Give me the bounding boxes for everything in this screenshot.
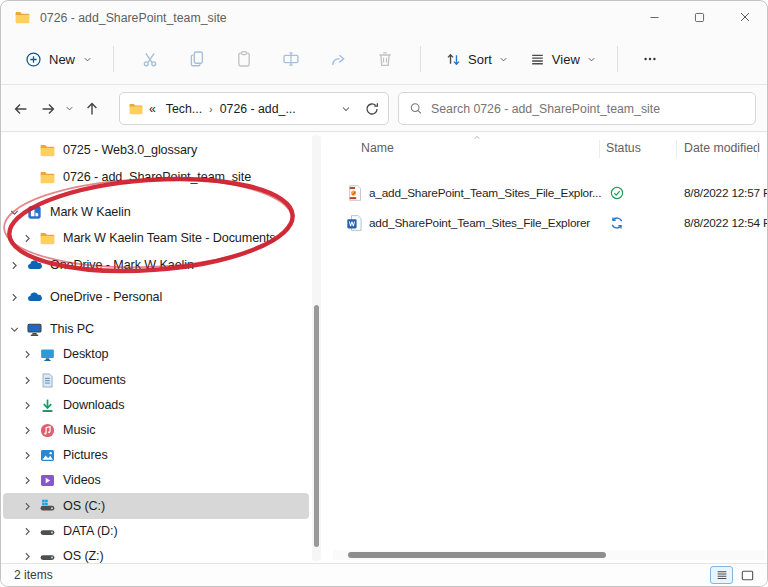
- file-row-pdf[interactable]: a_add_SharePoint_Team_Sites_File_Explor.…: [331, 178, 767, 208]
- file-date-modified: 8/8/2022 12:57 PM: [684, 186, 767, 200]
- pdf-file-icon: [346, 184, 364, 202]
- breadcrumb-overflow[interactable]: «: [144, 102, 161, 116]
- details-view-button[interactable]: [710, 566, 733, 584]
- view-button[interactable]: View: [521, 45, 605, 74]
- toolbar-divider: [420, 46, 421, 72]
- word-file-icon: [346, 214, 364, 232]
- plus-circle-icon: [25, 51, 42, 68]
- content-area: 0725 - Web3.0_glossary 0726 - add_ShareP…: [1, 133, 767, 565]
- search-icon: [409, 101, 423, 116]
- search-input[interactable]: [431, 102, 745, 116]
- sort-ascending-caret-icon: [471, 133, 483, 142]
- column-divider[interactable]: [599, 140, 600, 158]
- arrow-right-icon: [40, 101, 56, 117]
- sidebar-item-0725-web30-glossary[interactable]: 0725 - Web3.0_glossary: [3, 137, 309, 163]
- sidebar-item-this-pc[interactable]: This PC: [3, 316, 309, 342]
- breadcrumb-separator: ›: [207, 103, 215, 115]
- sidebar-item-desktop[interactable]: Desktop: [3, 341, 309, 367]
- rename-button[interactable]: [267, 41, 314, 77]
- address-row: « Tech... › 0726 - add_...: [1, 86, 767, 132]
- ellipsis-icon: [642, 51, 658, 67]
- desktop-icon: [39, 346, 56, 363]
- title-bar: 0726 - add_SharePoint_team_site: [1, 1, 767, 34]
- chevron-right-icon: [21, 449, 34, 462]
- chevron-down-icon: [586, 54, 597, 65]
- minimize-button[interactable]: [632, 1, 677, 33]
- toolbar-divider: [617, 46, 618, 72]
- close-button[interactable]: [722, 1, 767, 33]
- sort-button[interactable]: Sort: [437, 45, 517, 74]
- breadcrumb-current[interactable]: 0726 - add_...: [215, 102, 301, 116]
- paste-button[interactable]: [220, 41, 267, 77]
- sidebar-item-music[interactable]: Music: [3, 417, 309, 443]
- onedrive-cloud-icon: [26, 289, 43, 306]
- back-button[interactable]: [7, 95, 34, 123]
- sidebar-item-data-d[interactable]: DATA (D:): [3, 518, 309, 544]
- recent-locations-button[interactable]: [61, 95, 78, 123]
- sidebar-item-os-c[interactable]: OS (C:): [3, 493, 309, 519]
- up-button[interactable]: [78, 95, 105, 123]
- sidebar-item-onedrive-personal[interactable]: OneDrive - Personal: [3, 284, 309, 310]
- command-bar: New Sort View: [1, 34, 767, 85]
- folder-icon: [39, 142, 56, 159]
- address-dropdown-chevron-icon[interactable]: [340, 103, 352, 115]
- new-button-label: New: [49, 52, 75, 67]
- column-divider[interactable]: [676, 140, 677, 158]
- share-button[interactable]: [314, 41, 361, 77]
- search-box[interactable]: [398, 92, 756, 125]
- sidebar-scrollbar-thumb[interactable]: [314, 305, 319, 547]
- chevron-right-icon: [21, 474, 34, 487]
- chevron-right-icon: [21, 500, 34, 513]
- sidebar-item-0726-add-sharepoint-team-site[interactable]: 0726 - add_SharePoint_team_site: [3, 164, 309, 190]
- new-button[interactable]: New: [17, 45, 101, 74]
- close-icon: [738, 10, 752, 24]
- file-date-modified: 8/8/2022 12:54 PM: [684, 216, 767, 230]
- items-count: 2 items: [14, 568, 53, 582]
- delete-button[interactable]: [361, 41, 408, 77]
- maximize-button[interactable]: [677, 1, 722, 33]
- column-header-status[interactable]: Status: [606, 141, 641, 155]
- onedrive-cloud-icon: [26, 257, 43, 274]
- cut-button[interactable]: [126, 41, 173, 77]
- large-icons-view-button[interactable]: [736, 566, 759, 584]
- folder-icon: [14, 9, 31, 26]
- large-icons-view-icon: [740, 568, 755, 583]
- copy-button[interactable]: [173, 41, 220, 77]
- forward-button[interactable]: [34, 95, 61, 123]
- folder-icon: [39, 169, 56, 186]
- see-more-button[interactable]: [630, 41, 670, 77]
- column-header-name[interactable]: Name: [361, 141, 394, 155]
- chevron-right-icon: [21, 399, 34, 412]
- chevron-right-icon: [8, 259, 21, 272]
- sidebar-item-team-site-documents[interactable]: Mark W Kaelin Team Site - Documents: [3, 225, 309, 251]
- sidebar-item-onedrive-mark-w-kaelin[interactable]: OneDrive - Mark W Kaelin: [3, 252, 309, 278]
- sidebar-item-pictures[interactable]: Pictures: [3, 442, 309, 468]
- horizontal-scrollbar-thumb[interactable]: [348, 552, 606, 558]
- refresh-icon[interactable]: [364, 101, 380, 117]
- address-bar[interactable]: « Tech... › 0726 - add_...: [119, 92, 389, 125]
- windows-drive-icon: [39, 498, 56, 515]
- file-name: a_add_SharePoint_Team_Sites_File_Explor.…: [369, 186, 604, 200]
- column-divider[interactable]: [757, 140, 758, 158]
- drive-icon: [39, 548, 56, 565]
- sidebar-item-videos[interactable]: Videos: [3, 467, 309, 493]
- sidebar-item-documents[interactable]: Documents: [3, 367, 309, 393]
- file-row-word[interactable]: add_SharePoint_Team_Sites_File_Explorer …: [331, 208, 767, 238]
- breadcrumb-parent[interactable]: Tech...: [161, 102, 207, 116]
- sync-pending-icon: [609, 215, 625, 231]
- file-explorer-window: 0726 - add_SharePoint_team_site New Sort: [0, 0, 768, 587]
- file-name: add_SharePoint_Team_Sites_File_Explorer: [369, 216, 604, 230]
- arrow-up-icon: [84, 101, 100, 117]
- sharepoint-site-icon: [26, 204, 43, 221]
- chevron-right-icon: [21, 424, 34, 437]
- column-header-date-modified[interactable]: Date modified: [684, 141, 760, 155]
- rename-icon: [282, 50, 300, 68]
- sidebar-item-mark-w-kaelin[interactable]: Mark W Kaelin: [3, 199, 309, 225]
- column-header-row: Name Status Date modified: [331, 133, 767, 165]
- trash-icon: [376, 50, 394, 68]
- chevron-right-icon: [8, 291, 21, 304]
- sidebar-item-downloads[interactable]: Downloads: [3, 392, 309, 418]
- copy-icon: [188, 50, 206, 68]
- horizontal-scrollbar-track[interactable]: [333, 550, 765, 560]
- view-button-label: View: [552, 52, 580, 67]
